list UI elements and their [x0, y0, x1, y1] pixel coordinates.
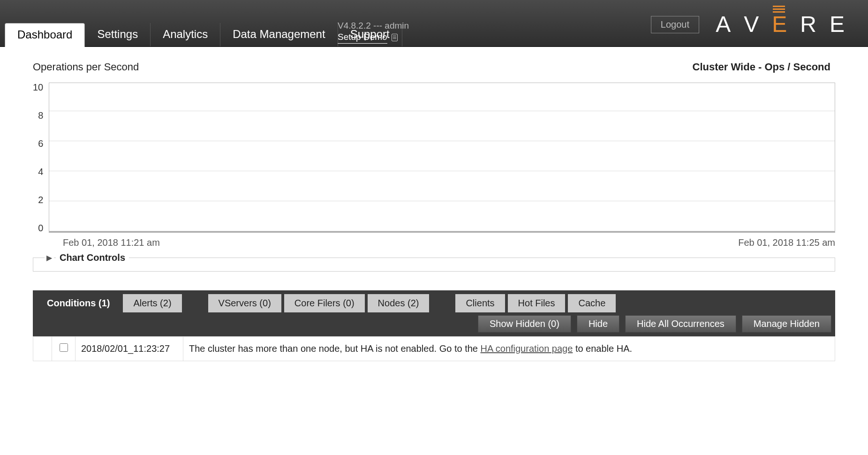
main-content: Operations per Second Cluster Wide - Ops… — [0, 47, 868, 380]
version-text: V4.8.2.2 --- admin — [338, 20, 409, 32]
row-expand-cell[interactable] — [33, 337, 52, 361]
msg-pre: The cluster has more than one node, but … — [189, 343, 481, 354]
y-tick: 10 — [33, 83, 43, 92]
subtab-hot-files[interactable]: Hot Files — [508, 294, 566, 312]
header-meta: V4.8.2.2 --- admin Setup Demo — [338, 20, 409, 44]
y-tick: 6 — [38, 139, 43, 148]
x-start: Feb 01, 2018 11:21 am — [63, 237, 160, 248]
chart-controls-label: Chart Controls — [56, 252, 129, 263]
chart-subtitle: Cluster Wide - Ops / Second — [693, 61, 830, 73]
y-tick: 2 — [38, 195, 43, 205]
tab-settings[interactable]: Settings — [85, 23, 151, 46]
y-tick: 4 — [38, 167, 43, 176]
y-tick: 0 — [38, 223, 43, 233]
row-checkbox[interactable] — [60, 343, 68, 352]
subtab-vservers[interactable]: VServers (0) — [208, 294, 281, 312]
setup-demo-link[interactable]: Setup Demo — [338, 31, 387, 44]
subtab-bar: Conditions (1) Alerts (2) VServers (0) C… — [33, 290, 835, 312]
avere-logo: A V E R E — [716, 11, 849, 37]
show-hidden-button[interactable]: Show Hidden (0) — [478, 315, 571, 333]
y-axis: 10 8 6 4 2 0 — [33, 83, 49, 233]
tab-analytics[interactable]: Analytics — [151, 23, 220, 46]
logo-letter-e2: E — [830, 11, 849, 37]
row-checkbox-cell — [52, 337, 75, 361]
action-bar: Show Hidden (0) Hide Hide All Occurrence… — [33, 312, 835, 336]
subtab-clients[interactable]: Clients — [455, 294, 505, 312]
row-timestamp: 2018/02/01_11:23:27 — [75, 337, 183, 361]
subtab-core-filers[interactable]: Core Filers (0) — [284, 294, 365, 312]
x-axis: Feb 01, 2018 11:21 am Feb 01, 2018 11:25… — [63, 237, 835, 248]
logo-letter-r: R — [800, 11, 821, 37]
chart-area: 10 8 6 4 2 0 — [33, 83, 835, 233]
hide-button[interactable]: Hide — [577, 315, 619, 333]
subtab-conditions[interactable]: Conditions (1) — [37, 294, 120, 312]
tab-dashboard[interactable]: Dashboard — [5, 23, 85, 47]
subtab-cache[interactable]: Cache — [568, 294, 616, 312]
chart-plot[interactable] — [49, 83, 835, 233]
tab-data-management[interactable]: Data Management — [220, 23, 338, 46]
x-end: Feb 01, 2018 11:25 am — [738, 237, 835, 248]
expand-arrow-icon[interactable]: ▶ — [45, 253, 54, 262]
logo-letter-v: V — [744, 11, 763, 37]
chart-title: Operations per Second — [33, 61, 139, 73]
top-header: Dashboard Settings Analytics Data Manage… — [0, 0, 868, 47]
subtab-nodes[interactable]: Nodes (2) — [368, 294, 430, 312]
logo-letter-e-accent: E — [772, 11, 792, 37]
hide-all-button[interactable]: Hide All Occurrences — [625, 315, 736, 333]
msg-post: to enable HA. — [573, 343, 632, 354]
ha-config-link[interactable]: HA configuration page — [481, 343, 573, 354]
subtab-alerts[interactable]: Alerts (2) — [123, 294, 181, 312]
table-row: 2018/02/01_11:23:27 The cluster has more… — [33, 337, 835, 361]
chart-controls-panel[interactable]: ▶ Chart Controls — [33, 258, 835, 272]
logo-letter-a: A — [716, 11, 735, 37]
logout-button[interactable]: Logout — [651, 16, 699, 33]
y-tick: 8 — [38, 111, 43, 120]
manage-hidden-button[interactable]: Manage Hidden — [742, 315, 831, 333]
lower-panel: Conditions (1) Alerts (2) VServers (0) C… — [33, 290, 835, 361]
document-icon[interactable] — [392, 34, 398, 41]
conditions-table: 2018/02/01_11:23:27 The cluster has more… — [33, 336, 835, 361]
row-message: The cluster has more than one node, but … — [183, 337, 835, 361]
